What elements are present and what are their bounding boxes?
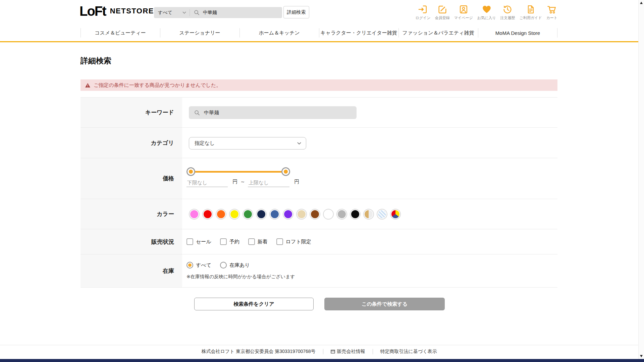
keyword-input[interactable]	[200, 110, 357, 116]
mypage-icon	[458, 4, 469, 15]
quick-link-guide[interactable]: ご利用ガイド	[519, 4, 542, 20]
color-swatch-brown[interactable]	[311, 210, 319, 218]
header-quick-links: ログイン 会員登録 マイページ お気に入り 注文履歴	[416, 4, 557, 20]
nav-item-home-kitchen[interactable]: ホーム＆キッチン	[239, 24, 319, 41]
chevron-down-icon	[182, 11, 186, 14]
brand-accent-line	[0, 41, 644, 42]
footer-divider	[0, 345, 644, 345]
price-slider-max-handle[interactable]	[281, 167, 290, 176]
vertical-scrollbar[interactable]	[638, 0, 644, 359]
color-swatch-green[interactable]	[244, 210, 252, 218]
color-swatch-gold-silver[interactable]	[365, 210, 373, 218]
color-swatch-orange[interactable]	[217, 210, 225, 218]
quick-link-label: お気に入り	[477, 15, 496, 20]
radio-circle	[220, 262, 227, 268]
footer-company-text: 株式会社ロフト 東京都公安委員会 第303319700768号	[201, 349, 315, 355]
sales-status-label: 販売状況	[80, 229, 182, 254]
quick-link-register[interactable]: 会員登録	[435, 4, 450, 20]
no-results-alert: ご指定の条件に一致する商品が見つかりませんでした。	[80, 79, 557, 91]
price-inputs: 円 ～ 円	[186, 178, 302, 187]
chevron-down-icon	[297, 142, 301, 145]
quick-link-label: ご利用ガイド	[519, 15, 542, 20]
favorites-heart-icon	[481, 4, 492, 15]
color-swatch-blue[interactable]	[271, 210, 279, 218]
radio-all[interactable]: すべて	[186, 262, 211, 268]
color-swatch-multicolor[interactable]	[391, 210, 399, 218]
site-header: LoFt NETSTORE すべて 詳細検索 ログイン 会員登録	[0, 0, 644, 24]
page-title: 詳細検索	[80, 56, 111, 66]
checkbox-loft-exclusive[interactable]: ロフト限定	[276, 238, 311, 245]
checkbox-new-arrival[interactable]: 新着	[248, 238, 268, 245]
category-selected-value: 指定なし	[195, 140, 297, 146]
scroll-up-arrow-icon[interactable]	[640, 2, 643, 4]
form-row-stock: 在庫 すべて 在庫あり ※在庫情報の反映に時間がかかる場合がございます	[80, 254, 557, 287]
quick-link-mypage[interactable]: マイページ	[454, 4, 473, 20]
keyword-input-box	[189, 106, 357, 119]
sales-status-options: セール 予約 新着 ロフト限定	[186, 229, 311, 254]
no-results-message: ご指定の条件に一致する商品が見つかりませんでした。	[94, 82, 221, 88]
keyword-label: キーワード	[80, 98, 182, 127]
logo-store-text: NETSTORE	[110, 7, 154, 15]
stock-label: 在庫	[80, 254, 182, 287]
quick-link-label: 注文履歴	[500, 15, 515, 20]
header-search-input[interactable]	[200, 10, 282, 15]
nav-item-character-creator[interactable]: キャラクター・クリエイター雑貨	[319, 24, 398, 41]
advanced-search-button[interactable]: 詳細検索	[283, 6, 309, 18]
category-select[interactable]: 指定なし	[189, 137, 306, 149]
checkbox-box	[276, 238, 283, 245]
color-swatch-beige[interactable]	[298, 210, 306, 218]
site-logo[interactable]: LoFt NETSTORE	[79, 4, 154, 18]
radio-in-stock[interactable]: 在庫あり	[220, 262, 250, 268]
color-swatch-yellow[interactable]	[230, 210, 238, 218]
nav-item-stationery[interactable]: ステーショナリー	[160, 24, 239, 41]
bottom-navy-bar	[0, 359, 644, 362]
quick-link-login[interactable]: ログイン	[416, 4, 431, 20]
register-icon	[437, 4, 448, 15]
color-swatch-clear[interactable]	[378, 210, 386, 218]
radio-circle	[186, 262, 193, 268]
color-swatch-white[interactable]	[324, 210, 332, 218]
price-max-input[interactable]	[248, 178, 289, 187]
quick-link-label: カート	[546, 15, 557, 20]
yen-unit-label: 円	[232, 179, 237, 185]
form-row-keyword: キーワード	[80, 97, 557, 127]
search-conditions-form: キーワード カテゴリ 指定なし 価格 円 ～	[80, 97, 557, 288]
price-slider-track[interactable]	[191, 171, 286, 173]
checkbox-box	[248, 238, 255, 245]
login-icon	[418, 4, 428, 15]
search-category-value: すべて	[158, 10, 182, 16]
nav-item-fashion-variety[interactable]: ファッション＆バラエティ雑貨	[398, 24, 478, 41]
clear-conditions-button[interactable]: 検索条件をクリア	[194, 298, 314, 310]
color-swatch-row	[190, 199, 399, 229]
search-with-conditions-button[interactable]: この条件で検索する	[324, 298, 445, 310]
color-swatch-pink[interactable]	[190, 210, 198, 218]
form-row-category: カテゴリ 指定なし	[80, 127, 557, 158]
search-icon	[194, 10, 200, 15]
color-swatch-gray[interactable]	[338, 210, 346, 218]
window-icon	[331, 350, 335, 354]
quick-link-order-history[interactable]: 注文履歴	[500, 4, 515, 20]
footer-link-commercial-law[interactable]: 特定商取引法に基づく表示	[380, 349, 437, 355]
checkbox-sale[interactable]: セール	[186, 238, 211, 245]
color-swatch-red[interactable]	[204, 210, 212, 218]
header-search-bar: すべて	[154, 7, 282, 18]
checkbox-reservation[interactable]: 予約	[220, 238, 239, 245]
category-label: カテゴリ	[80, 128, 182, 158]
footer-link-sales-company[interactable]: 販売会社情報	[331, 349, 365, 355]
form-row-price: 価格 円 ～ 円	[80, 158, 557, 199]
price-slider-min-handle[interactable]	[186, 167, 195, 176]
color-swatch-navy[interactable]	[257, 210, 265, 218]
form-row-color: カラー	[80, 199, 557, 229]
logo-brand-text: LoFt	[79, 4, 106, 18]
nav-item-cosme-beauty[interactable]: コスメ＆ビューティー	[80, 24, 160, 41]
search-icon	[194, 110, 200, 116]
color-swatch-purple[interactable]	[284, 210, 292, 218]
quick-link-favorites[interactable]: お気に入り	[477, 4, 496, 20]
quick-link-cart[interactable]: カート	[546, 4, 557, 20]
color-label: カラー	[80, 199, 182, 229]
search-category-select[interactable]: すべて	[154, 7, 190, 18]
nav-item-moma[interactable]: MoMA Design Store	[478, 24, 557, 41]
price-min-input[interactable]	[186, 178, 228, 187]
color-swatch-black[interactable]	[351, 210, 359, 218]
scroll-down-arrow-icon[interactable]	[640, 355, 643, 357]
